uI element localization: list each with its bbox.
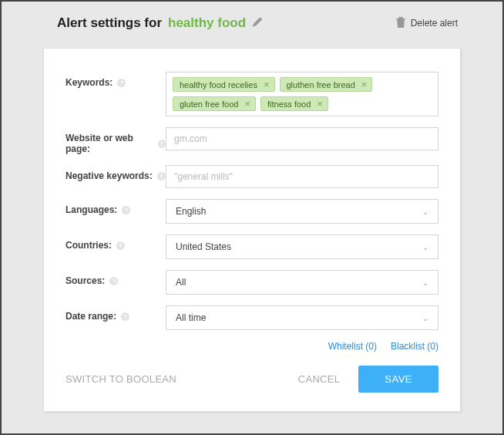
trash-icon (396, 17, 405, 30)
switch-to-boolean-button[interactable]: SWITCH TO BOOLEAN (66, 373, 176, 385)
app-frame: Alert settings for healthy food Delete a… (0, 0, 504, 435)
chevron-down-icon: ⌄ (422, 207, 428, 216)
help-icon[interactable]: ? (109, 277, 118, 285)
delete-alert-button[interactable]: Delete alert (396, 17, 458, 30)
help-icon[interactable]: ? (121, 312, 129, 321)
negative-row: Negative keywords: ? (66, 165, 438, 188)
remove-tag-icon[interactable]: × (315, 99, 324, 109)
select-value: English (176, 206, 206, 217)
help-icon[interactable]: ? (117, 79, 126, 87)
languages-label: Languages: ? (66, 199, 166, 215)
label-text: Keywords: (66, 77, 113, 88)
help-icon[interactable]: ? (122, 206, 130, 214)
chevron-down-icon: ⌄ (422, 243, 428, 251)
label-text: Date range: (66, 311, 116, 322)
page-title: Alert settings for healthy food (57, 15, 263, 31)
header: Alert settings for healthy food Delete a… (2, 2, 502, 39)
sources-select[interactable]: All ⌄ (166, 270, 438, 295)
website-row: Website or web page: ? (66, 127, 438, 154)
select-value: All time (176, 312, 206, 323)
cancel-button[interactable]: CANCEL (287, 366, 351, 393)
daterange-label: Date range: ? (66, 305, 166, 322)
delete-alert-label: Delete alert (411, 18, 458, 29)
keyword-tag: fitness food× (260, 96, 328, 111)
title-prefix: Alert settings for (57, 15, 162, 31)
keyword-tag-label: gluthen free bread (287, 80, 355, 89)
keywords-row: Keywords: ? healthy food recelies×gluthe… (66, 72, 438, 116)
daterange-row: Date range: ? All time ⌄ (66, 305, 438, 330)
label-text: Website or web page: (66, 133, 153, 154)
keywords-label: Keywords: ? (66, 72, 166, 88)
countries-label: Countries: ? (66, 234, 166, 251)
settings-panel: Keywords: ? healthy food recelies×gluthe… (43, 48, 461, 412)
negative-keywords-input[interactable] (166, 165, 438, 188)
remove-tag-icon[interactable]: × (360, 79, 369, 89)
languages-row: Languages: ? English ⌄ (66, 199, 438, 224)
help-icon[interactable]: ? (116, 241, 125, 250)
languages-select[interactable]: English ⌄ (166, 199, 438, 224)
remove-tag-icon[interactable]: × (243, 99, 252, 109)
help-icon[interactable]: ? (157, 172, 166, 180)
edit-icon[interactable] (252, 17, 263, 30)
keyword-tag: gluten free food× (173, 96, 256, 111)
whitelist-link[interactable]: Whitelist (0) (328, 341, 377, 352)
negative-label: Negative keywords: ? (66, 165, 166, 181)
remove-tag-icon[interactable]: × (262, 79, 271, 89)
list-links: Whitelist (0) Blacklist (0) (66, 341, 438, 352)
keyword-tag: gluthen free bread× (280, 77, 373, 92)
website-input[interactable] (166, 127, 438, 150)
chevron-down-icon: ⌄ (422, 314, 428, 322)
footer: SWITCH TO BOOLEAN CANCEL SAVE (66, 366, 438, 393)
footer-buttons: CANCEL SAVE (287, 366, 438, 393)
daterange-select[interactable]: All time ⌄ (166, 305, 438, 330)
help-icon[interactable]: ? (158, 140, 166, 148)
label-text: Countries: (66, 240, 112, 251)
website-label: Website or web page: ? (66, 127, 166, 154)
keyword-tag-label: fitness food (267, 99, 311, 109)
label-text: Languages: (66, 204, 117, 215)
select-value: United States (176, 241, 231, 252)
keywords-input[interactable]: healthy food recelies×gluthen free bread… (166, 72, 438, 116)
countries-select[interactable]: United States ⌄ (166, 234, 438, 259)
sources-row: Sources: ? All ⌄ (66, 270, 438, 295)
blacklist-link[interactable]: Blacklist (0) (391, 341, 438, 352)
alert-name[interactable]: healthy food (168, 15, 246, 31)
select-value: All (176, 277, 186, 288)
countries-row: Countries: ? United States ⌄ (66, 234, 438, 259)
keyword-tag-label: gluten free food (180, 99, 238, 109)
chevron-down-icon: ⌄ (422, 278, 428, 287)
label-text: Negative keywords: (66, 170, 153, 181)
keyword-tag: healthy food recelies× (173, 77, 275, 92)
sources-label: Sources: ? (66, 270, 166, 286)
label-text: Sources: (66, 275, 105, 286)
keyword-tag-label: healthy food recelies (180, 80, 257, 89)
save-button[interactable]: SAVE (358, 366, 438, 393)
